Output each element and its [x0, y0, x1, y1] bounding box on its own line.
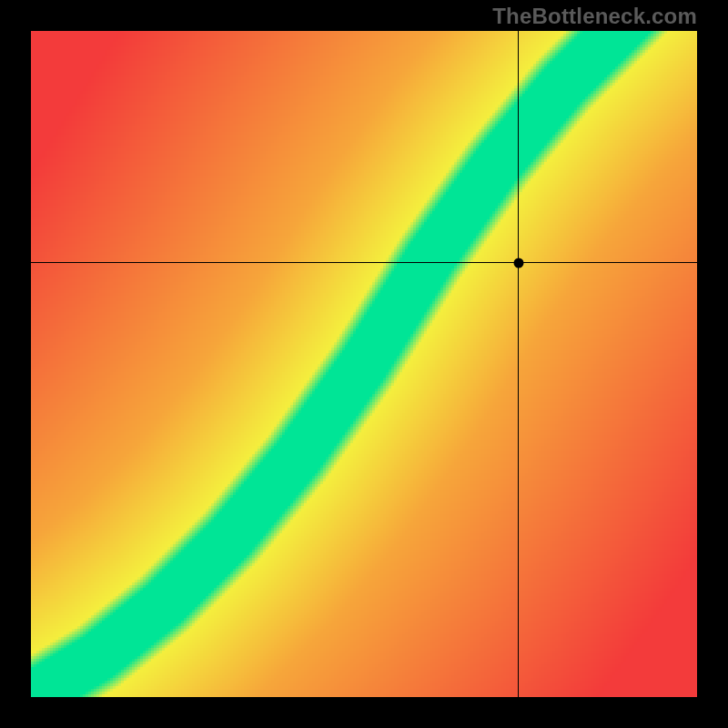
heatmap-canvas [31, 31, 697, 697]
watermark-text: TheBottleneck.com [492, 4, 697, 29]
selection-marker [513, 258, 523, 268]
crosshair-vertical [518, 31, 519, 697]
heatmap-plot [31, 31, 697, 697]
crosshair-horizontal [31, 262, 697, 263]
chart-frame: TheBottleneck.com [0, 0, 728, 728]
